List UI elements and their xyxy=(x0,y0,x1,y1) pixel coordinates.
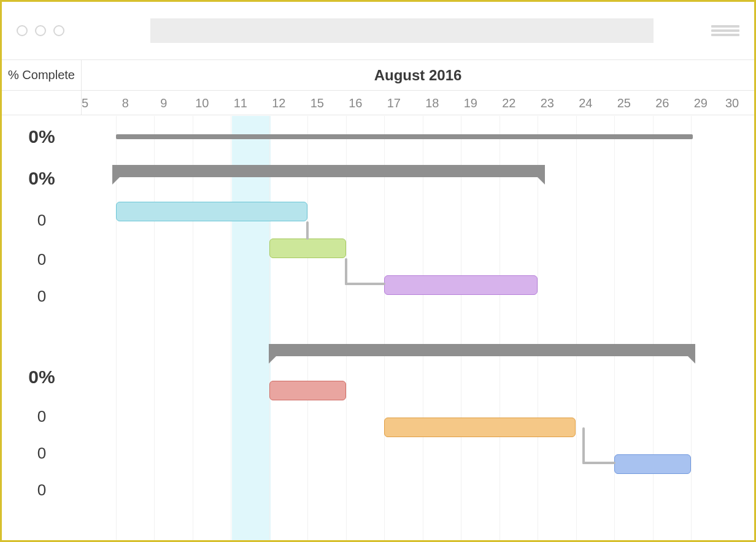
date-cell: 30 xyxy=(720,91,744,115)
date-cell: 17 xyxy=(375,91,414,115)
window-titlebar xyxy=(2,2,754,60)
minimize-icon[interactable] xyxy=(35,25,46,36)
date-cell: 5 xyxy=(82,91,106,115)
month-title: August 2016 xyxy=(82,60,754,90)
row-complete: 0% xyxy=(2,126,82,147)
date-cell: 26 xyxy=(643,91,682,115)
search-input[interactable] xyxy=(150,18,654,43)
task-bar[interactable] xyxy=(614,454,691,474)
date-cell: 9 xyxy=(145,91,183,115)
date-cell: 23 xyxy=(528,91,567,115)
row-labels: 0% 0% 0 0 0 0% 0 0 0 xyxy=(2,116,82,508)
row-complete: 0 xyxy=(2,287,82,306)
menu-button[interactable] xyxy=(711,23,739,38)
date-cell: 8 xyxy=(106,91,145,115)
row-complete: 0% xyxy=(2,367,82,387)
today-highlight xyxy=(232,116,271,540)
row-complete: 0 xyxy=(2,250,82,269)
row-complete: 0 xyxy=(2,444,82,463)
date-header: 5 8 9 10 11 12 15 16 17 18 19 22 23 24 2… xyxy=(2,91,754,115)
header-row: % Complete August 2016 xyxy=(2,60,754,91)
dependency-connector xyxy=(345,258,347,285)
date-cell: 11 xyxy=(222,91,260,115)
date-cell: 10 xyxy=(183,91,222,115)
date-cell: 22 xyxy=(490,91,528,115)
project-bar[interactable] xyxy=(116,134,693,139)
phase-bar[interactable] xyxy=(112,165,545,177)
date-cell: 15 xyxy=(298,91,337,115)
maximize-icon[interactable] xyxy=(53,25,64,36)
dependency-connector xyxy=(306,221,309,240)
task-bar[interactable] xyxy=(269,381,346,400)
row-complete: 0 xyxy=(2,211,82,230)
task-bar[interactable] xyxy=(384,275,538,295)
task-bar[interactable] xyxy=(269,239,346,258)
task-bar[interactable] xyxy=(116,202,307,221)
task-bar[interactable] xyxy=(384,418,576,437)
row-complete: 0 xyxy=(2,481,82,500)
row-complete: 0 xyxy=(2,407,82,426)
date-cell: 16 xyxy=(336,91,375,115)
date-cell: 25 xyxy=(605,91,644,115)
date-cell: 12 xyxy=(260,91,298,115)
dependency-connector xyxy=(345,283,385,285)
dependency-connector xyxy=(582,462,615,464)
dependency-connector xyxy=(582,427,585,464)
close-icon[interactable] xyxy=(17,25,28,36)
row-complete: 0% xyxy=(2,168,82,189)
date-cell: 24 xyxy=(566,91,605,115)
date-cell: 29 xyxy=(682,91,720,115)
gantt-chart xyxy=(82,116,754,540)
window-controls xyxy=(17,25,64,36)
date-cell: 18 xyxy=(413,91,452,115)
phase-bar[interactable] xyxy=(269,344,695,356)
date-cell: 19 xyxy=(452,91,490,115)
side-header: % Complete xyxy=(2,60,82,90)
